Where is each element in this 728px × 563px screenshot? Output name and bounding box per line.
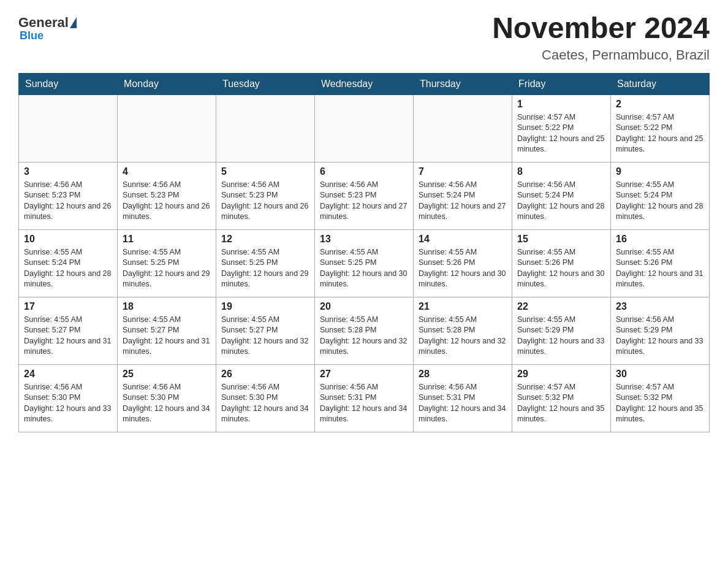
calendar-week-row: 1Sunrise: 4:57 AMSunset: 5:22 PMDaylight…	[19, 94, 710, 162]
title-section: November 2024 Caetes, Pernambuco, Brazil	[492, 12, 710, 63]
calendar-day-cell: 18Sunrise: 4:55 AMSunset: 5:27 PMDayligh…	[118, 297, 216, 364]
page-header: General Blue November 2024 Caetes, Perna…	[18, 12, 710, 63]
day-number: 28	[419, 369, 507, 380]
location-title: Caetes, Pernambuco, Brazil	[492, 47, 710, 63]
day-info: Sunrise: 4:56 AMSunset: 5:31 PMDaylight:…	[320, 382, 408, 425]
calendar-week-row: 10Sunrise: 4:55 AMSunset: 5:24 PMDayligh…	[19, 229, 710, 297]
calendar-day-header: Tuesday	[216, 73, 315, 94]
day-info: Sunrise: 4:57 AMSunset: 5:32 PMDaylight:…	[616, 382, 704, 425]
calendar-day-cell: 13Sunrise: 4:55 AMSunset: 5:25 PMDayligh…	[315, 229, 414, 297]
logo-blue: Blue	[20, 29, 44, 42]
day-number: 1	[517, 99, 605, 110]
day-info: Sunrise: 4:55 AMSunset: 5:26 PMDaylight:…	[616, 247, 704, 290]
day-number: 5	[221, 166, 309, 177]
calendar-day-cell: 6Sunrise: 4:56 AMSunset: 5:23 PMDaylight…	[315, 162, 414, 229]
calendar-day-cell: 3Sunrise: 4:56 AMSunset: 5:23 PMDaylight…	[19, 162, 118, 229]
day-info: Sunrise: 4:56 AMSunset: 5:30 PMDaylight:…	[24, 382, 112, 425]
day-number: 17	[24, 301, 112, 312]
day-number: 12	[221, 234, 309, 245]
calendar-day-header: Wednesday	[315, 73, 414, 94]
calendar-day-cell: 5Sunrise: 4:56 AMSunset: 5:23 PMDaylight…	[216, 162, 315, 229]
day-info: Sunrise: 4:55 AMSunset: 5:26 PMDaylight:…	[419, 247, 507, 290]
logo-text: General	[18, 15, 78, 31]
day-info: Sunrise: 4:55 AMSunset: 5:25 PMDaylight:…	[123, 247, 211, 290]
day-number: 10	[24, 234, 112, 245]
day-number: 25	[123, 369, 211, 380]
day-number: 30	[616, 369, 704, 380]
day-info: Sunrise: 4:56 AMSunset: 5:30 PMDaylight:…	[221, 382, 309, 425]
calendar-day-header: Sunday	[19, 73, 118, 94]
day-number: 20	[320, 301, 408, 312]
calendar-day-cell: 16Sunrise: 4:55 AMSunset: 5:26 PMDayligh…	[611, 229, 710, 297]
day-info: Sunrise: 4:55 AMSunset: 5:26 PMDaylight:…	[517, 247, 605, 290]
calendar-day-cell	[216, 94, 315, 162]
day-number: 7	[419, 166, 507, 177]
logo: General Blue	[18, 12, 78, 42]
calendar-day-header: Monday	[118, 73, 216, 94]
day-number: 16	[616, 234, 704, 245]
day-info: Sunrise: 4:55 AMSunset: 5:25 PMDaylight:…	[221, 247, 309, 290]
day-number: 21	[419, 301, 507, 312]
calendar-day-cell: 1Sunrise: 4:57 AMSunset: 5:22 PMDaylight…	[512, 94, 611, 162]
calendar-day-cell: 27Sunrise: 4:56 AMSunset: 5:31 PMDayligh…	[315, 364, 414, 432]
day-info: Sunrise: 4:55 AMSunset: 5:27 PMDaylight:…	[123, 315, 211, 358]
day-number: 2	[616, 99, 704, 110]
day-info: Sunrise: 4:57 AMSunset: 5:32 PMDaylight:…	[517, 382, 605, 425]
day-info: Sunrise: 4:55 AMSunset: 5:29 PMDaylight:…	[517, 315, 605, 358]
day-number: 15	[517, 234, 605, 245]
calendar-day-cell: 26Sunrise: 4:56 AMSunset: 5:30 PMDayligh…	[216, 364, 315, 432]
calendar-day-cell: 29Sunrise: 4:57 AMSunset: 5:32 PMDayligh…	[512, 364, 611, 432]
day-info: Sunrise: 4:55 AMSunset: 5:24 PMDaylight:…	[616, 180, 704, 223]
logo-general: General	[18, 15, 69, 31]
day-number: 13	[320, 234, 408, 245]
day-number: 18	[123, 301, 211, 312]
day-number: 6	[320, 166, 408, 177]
day-info: Sunrise: 4:56 AMSunset: 5:23 PMDaylight:…	[123, 180, 211, 223]
calendar-table: SundayMondayTuesdayWednesdayThursdayFrid…	[18, 73, 710, 432]
calendar-day-cell	[118, 94, 216, 162]
day-number: 24	[24, 369, 112, 380]
calendar-day-cell	[414, 94, 512, 162]
day-info: Sunrise: 4:57 AMSunset: 5:22 PMDaylight:…	[517, 112, 605, 155]
day-number: 8	[517, 166, 605, 177]
calendar-header-row: SundayMondayTuesdayWednesdayThursdayFrid…	[19, 73, 710, 94]
day-number: 29	[517, 369, 605, 380]
day-number: 14	[419, 234, 507, 245]
day-info: Sunrise: 4:56 AMSunset: 5:31 PMDaylight:…	[419, 382, 507, 425]
day-number: 4	[123, 166, 211, 177]
calendar-day-cell: 7Sunrise: 4:56 AMSunset: 5:24 PMDaylight…	[414, 162, 512, 229]
calendar-day-cell: 21Sunrise: 4:55 AMSunset: 5:28 PMDayligh…	[414, 297, 512, 364]
day-info: Sunrise: 4:56 AMSunset: 5:29 PMDaylight:…	[616, 315, 704, 358]
day-info: Sunrise: 4:55 AMSunset: 5:28 PMDaylight:…	[320, 315, 408, 358]
calendar-day-cell: 8Sunrise: 4:56 AMSunset: 5:24 PMDaylight…	[512, 162, 611, 229]
day-info: Sunrise: 4:55 AMSunset: 5:24 PMDaylight:…	[24, 247, 112, 290]
month-title: November 2024	[492, 12, 710, 45]
calendar-week-row: 17Sunrise: 4:55 AMSunset: 5:27 PMDayligh…	[19, 297, 710, 364]
calendar-day-cell: 25Sunrise: 4:56 AMSunset: 5:30 PMDayligh…	[118, 364, 216, 432]
day-info: Sunrise: 4:57 AMSunset: 5:22 PMDaylight:…	[616, 112, 704, 155]
calendar-day-cell: 2Sunrise: 4:57 AMSunset: 5:22 PMDaylight…	[611, 94, 710, 162]
day-info: Sunrise: 4:55 AMSunset: 5:27 PMDaylight:…	[221, 315, 309, 358]
calendar-day-cell: 9Sunrise: 4:55 AMSunset: 5:24 PMDaylight…	[611, 162, 710, 229]
calendar-day-cell: 28Sunrise: 4:56 AMSunset: 5:31 PMDayligh…	[414, 364, 512, 432]
calendar-day-cell: 30Sunrise: 4:57 AMSunset: 5:32 PMDayligh…	[611, 364, 710, 432]
calendar-day-cell	[315, 94, 414, 162]
day-number: 3	[24, 166, 112, 177]
day-number: 22	[517, 301, 605, 312]
day-number: 23	[616, 301, 704, 312]
calendar-day-cell: 15Sunrise: 4:55 AMSunset: 5:26 PMDayligh…	[512, 229, 611, 297]
day-info: Sunrise: 4:56 AMSunset: 5:30 PMDaylight:…	[123, 382, 211, 425]
day-number: 27	[320, 369, 408, 380]
day-info: Sunrise: 4:55 AMSunset: 5:25 PMDaylight:…	[320, 247, 408, 290]
day-info: Sunrise: 4:55 AMSunset: 5:28 PMDaylight:…	[419, 315, 507, 358]
day-info: Sunrise: 4:56 AMSunset: 5:23 PMDaylight:…	[24, 180, 112, 223]
logo-triangle-icon	[70, 17, 77, 28]
day-number: 9	[616, 166, 704, 177]
calendar-day-cell: 14Sunrise: 4:55 AMSunset: 5:26 PMDayligh…	[414, 229, 512, 297]
day-info: Sunrise: 4:56 AMSunset: 5:24 PMDaylight:…	[419, 180, 507, 223]
day-info: Sunrise: 4:56 AMSunset: 5:23 PMDaylight:…	[221, 180, 309, 223]
calendar-day-header: Saturday	[611, 73, 710, 94]
calendar-day-cell: 20Sunrise: 4:55 AMSunset: 5:28 PMDayligh…	[315, 297, 414, 364]
day-info: Sunrise: 4:56 AMSunset: 5:24 PMDaylight:…	[517, 180, 605, 223]
day-number: 26	[221, 369, 309, 380]
